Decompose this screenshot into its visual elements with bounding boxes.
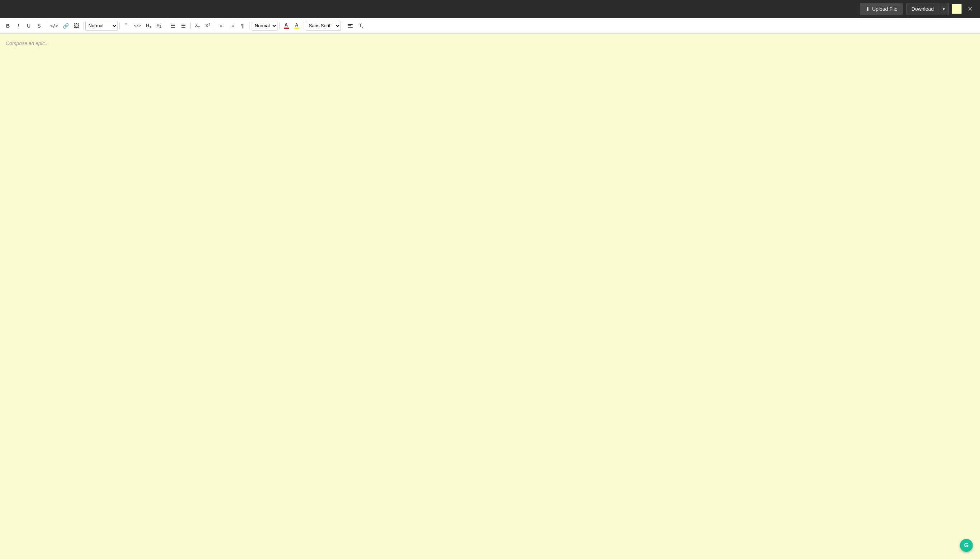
clear-format-button[interactable]: Tx bbox=[356, 21, 366, 31]
editor-placeholder: Compose an epic... bbox=[6, 40, 49, 46]
heading1-button[interactable]: H1 bbox=[144, 21, 154, 31]
align-line-1 bbox=[348, 24, 353, 25]
align-line-3 bbox=[348, 27, 353, 28]
close-button[interactable]: ✕ bbox=[965, 4, 976, 13]
link-button[interactable]: 🔗 bbox=[61, 21, 71, 31]
align-icon bbox=[347, 23, 353, 28]
align-button[interactable] bbox=[345, 21, 356, 31]
separator-4 bbox=[166, 22, 166, 30]
bold-button[interactable]: B bbox=[3, 21, 13, 31]
font-color-bar bbox=[284, 28, 289, 29]
unordered-list-icon: ☰ bbox=[181, 23, 186, 29]
indent-increase-icon: ⇥ bbox=[230, 23, 234, 29]
separator-8 bbox=[279, 22, 280, 30]
paragraph-mark-button[interactable]: ¶ bbox=[238, 21, 248, 31]
italic-button[interactable]: I bbox=[13, 21, 23, 31]
download-button-group: Download ▼ bbox=[906, 3, 949, 15]
toolbar: B I U S </> 🔗 🖼 Normal Heading 1 Heading… bbox=[0, 18, 980, 34]
indent-decrease-button[interactable]: ⇤ bbox=[217, 21, 227, 31]
font-highlight-letter: A bbox=[295, 23, 298, 27]
inline-code-icon: </> bbox=[50, 23, 58, 28]
heading2-button[interactable]: H2 bbox=[154, 21, 164, 31]
text-format-group: B I U S bbox=[3, 21, 44, 31]
inline-code-button[interactable]: </> bbox=[48, 21, 60, 31]
ordered-list-button[interactable]: ☰ bbox=[168, 21, 178, 31]
editor-area[interactable]: Compose an epic... bbox=[0, 34, 980, 559]
strikethrough-icon: S bbox=[37, 23, 40, 29]
color-swatch[interactable] bbox=[952, 4, 962, 14]
h2-icon: H2 bbox=[157, 23, 161, 28]
image-icon: 🖼 bbox=[74, 23, 79, 29]
font-highlight-wrapper: A bbox=[294, 23, 299, 29]
clear-format-icon: Tx bbox=[359, 23, 363, 29]
separator-10 bbox=[343, 22, 343, 30]
font-highlight-button[interactable]: A bbox=[292, 21, 302, 31]
separator-9 bbox=[304, 22, 304, 30]
font-family-select[interactable]: Sans Serif Serif Monospace bbox=[306, 21, 341, 31]
code-block-button[interactable]: </> bbox=[132, 21, 143, 31]
bold-icon: B bbox=[6, 23, 10, 29]
separator-3 bbox=[119, 22, 120, 30]
indent-group: ⇤ ⇥ ¶ bbox=[217, 21, 248, 31]
h1-icon: H1 bbox=[146, 23, 151, 29]
separator-5 bbox=[190, 22, 191, 30]
list-group: ☰ ☰ bbox=[168, 21, 189, 31]
grammarly-icon: G bbox=[964, 542, 968, 549]
upload-file-button[interactable]: ⬆ Upload File bbox=[860, 3, 903, 15]
separator-6 bbox=[215, 22, 215, 30]
separator-1 bbox=[46, 22, 46, 30]
script-group: X2 X2 bbox=[192, 21, 213, 31]
font-color-button[interactable]: A bbox=[281, 21, 291, 31]
close-icon: ✕ bbox=[967, 5, 973, 13]
download-dropdown-button[interactable]: ▼ bbox=[939, 4, 949, 14]
inline-format-group: </> 🔗 🖼 bbox=[48, 21, 81, 31]
download-main-button[interactable]: Download bbox=[907, 3, 939, 15]
block-format-group: " </> H1 H2 bbox=[121, 21, 164, 31]
align-line-2 bbox=[348, 25, 351, 26]
download-label: Download bbox=[912, 6, 934, 12]
editor-content[interactable]: Compose an epic... bbox=[6, 40, 974, 111]
ordered-list-icon: ☰ bbox=[171, 23, 175, 29]
download-arrow-icon: ▼ bbox=[942, 7, 945, 11]
indent-increase-button[interactable]: ⇥ bbox=[227, 21, 237, 31]
strikethrough-button[interactable]: S bbox=[34, 21, 44, 31]
upload-label: Upload File bbox=[872, 6, 897, 12]
header-bar: ⬆ Upload File Download ▼ ✕ bbox=[0, 0, 980, 18]
font-color-letter: A bbox=[285, 23, 288, 27]
underline-button[interactable]: U bbox=[24, 21, 34, 31]
unordered-list-button[interactable]: ☰ bbox=[179, 21, 189, 31]
separator-7 bbox=[250, 22, 250, 30]
superscript-button[interactable]: X2 bbox=[203, 21, 213, 31]
indent-decrease-icon: ⇤ bbox=[220, 23, 224, 29]
paragraph-mark-icon: ¶ bbox=[241, 23, 244, 29]
upload-icon: ⬆ bbox=[866, 6, 870, 12]
font-highlight-bar bbox=[294, 28, 299, 29]
blockquote-button[interactable]: " bbox=[121, 21, 132, 31]
paragraph-style-select-1[interactable]: Normal Heading 1 Heading 2 Heading 3 bbox=[85, 21, 118, 31]
blockquote-icon: " bbox=[126, 23, 127, 29]
superscript-icon: X2 bbox=[205, 23, 210, 28]
subscript-button[interactable]: X2 bbox=[192, 21, 202, 31]
link-icon: 🔗 bbox=[63, 23, 69, 29]
grammarly-button[interactable]: G bbox=[960, 539, 973, 552]
font-color-group: A A bbox=[281, 21, 302, 31]
code-block-icon: </> bbox=[134, 23, 141, 28]
underline-icon: U bbox=[27, 23, 30, 29]
italic-icon: I bbox=[18, 23, 19, 29]
subscript-icon: X2 bbox=[195, 23, 200, 29]
paragraph-style-select-2[interactable]: Normal Large Small bbox=[252, 21, 277, 31]
image-button[interactable]: 🖼 bbox=[71, 21, 81, 31]
font-color-wrapper: A bbox=[284, 23, 289, 29]
